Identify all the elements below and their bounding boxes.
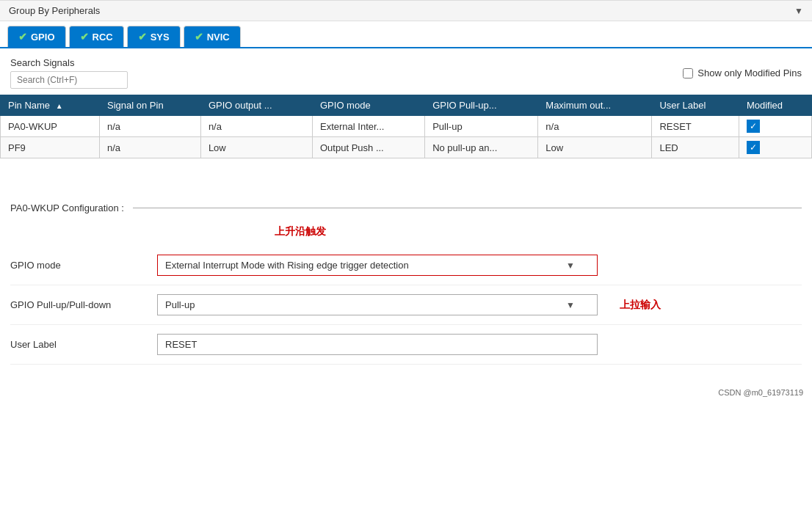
th-pin-name[interactable]: Pin Name ▲ xyxy=(1,95,100,116)
tab-nvic-label: NVIC xyxy=(207,32,230,43)
cell-user-label: RESET xyxy=(652,116,739,137)
nvic-check-icon: ✔ xyxy=(195,31,203,43)
config-label-user-label: User Label xyxy=(10,339,157,350)
pullup-value: Pull-up xyxy=(165,299,195,310)
cell-gpio-output: Low xyxy=(200,137,312,158)
tab-nvic[interactable]: ✔ NVIC xyxy=(184,26,241,47)
cell-modified: ✓ xyxy=(739,116,811,137)
modified-check-icon: ✓ xyxy=(747,120,760,133)
tab-gpio[interactable]: ✔ GPIO xyxy=(7,26,66,47)
group-by-chevron-icon: ▼ xyxy=(794,6,803,16)
gpio-mode-dropdown[interactable]: External Interrupt Mode with Rising edge… xyxy=(157,255,598,276)
cell-pin-name: PA0-WKUP xyxy=(1,116,100,137)
footer: CSDN @m0_61973119 xyxy=(0,385,812,400)
config-label-pullup: GPIO Pull-up/Pull-down xyxy=(10,299,157,310)
sort-arrow-icon: ▲ xyxy=(56,102,63,110)
search-input[interactable] xyxy=(10,71,128,89)
signal-table: Pin Name ▲ Signal on Pin GPIO output ...… xyxy=(0,95,812,158)
rcc-check-icon: ✔ xyxy=(80,31,89,43)
pullup-chevron-icon: ▼ xyxy=(566,300,575,310)
search-area: Search Signals Show only Modified Pins xyxy=(0,48,812,95)
config-row-pullup: GPIO Pull-up/Pull-down Pull-up ▼ 上拉输入 xyxy=(10,285,802,325)
gpio-mode-value: External Interrupt Mode with Rising edge… xyxy=(165,260,409,271)
search-left: Search Signals xyxy=(10,57,128,89)
config-row-user-label: User Label xyxy=(10,325,802,365)
th-signal-on-pin[interactable]: Signal on Pin xyxy=(100,95,201,116)
th-user-label[interactable]: User Label xyxy=(652,95,739,116)
config-value-user-label xyxy=(157,334,802,355)
th-max-output[interactable]: Maximum out... xyxy=(538,95,652,116)
cell-gpio-mode: Output Push ... xyxy=(313,137,425,158)
config-label-gpio-mode: GPIO mode xyxy=(10,260,157,271)
group-by-label: Group By Peripherals xyxy=(9,5,100,16)
th-modified[interactable]: Modified xyxy=(739,95,811,116)
cell-signal: n/a xyxy=(100,116,201,137)
gpio-check-icon: ✔ xyxy=(18,31,27,43)
cell-max: Low xyxy=(538,137,652,158)
config-value-pullup: Pull-up ▼ 上拉输入 xyxy=(157,294,802,315)
footer-text: CSDN @m0_61973119 xyxy=(718,388,803,397)
cell-max: n/a xyxy=(538,116,652,137)
cell-signal: n/a xyxy=(100,137,201,158)
chinese-pullup-label: 上拉输入 xyxy=(620,299,661,312)
cell-pin-name: PF9 xyxy=(1,137,100,158)
table-row[interactable]: PA0-WKUP n/a n/a External Inter... Pull-… xyxy=(1,116,812,137)
config-section: PA0-WKUP Configuration : 上升沿触发 GPIO mode… xyxy=(0,195,812,379)
show-modified-container: Show only Modified Pins xyxy=(683,67,802,78)
sys-check-icon: ✔ xyxy=(138,31,147,43)
cell-modified: ✓ xyxy=(739,137,811,158)
tab-sys-label: SYS xyxy=(151,32,170,43)
tab-bar: ✔ GPIO ✔ RCC ✔ SYS ✔ NVIC xyxy=(0,21,812,48)
cell-gpio-mode: External Inter... xyxy=(313,116,425,137)
config-title-label: PA0-WKUP Configuration : xyxy=(10,202,124,213)
th-gpio-mode[interactable]: GPIO mode xyxy=(313,95,425,116)
config-title-divider xyxy=(133,208,802,208)
user-label-input[interactable] xyxy=(157,334,598,355)
cell-pullup: Pull-up xyxy=(425,116,538,137)
tab-gpio-label: GPIO xyxy=(31,32,55,43)
th-gpio-output[interactable]: GPIO output ... xyxy=(200,95,312,116)
show-modified-label: Show only Modified Pins xyxy=(697,67,802,78)
config-title: PA0-WKUP Configuration : xyxy=(10,202,802,213)
show-modified-checkbox[interactable] xyxy=(683,68,693,78)
config-value-gpio-mode: External Interrupt Mode with Rising edge… xyxy=(157,255,802,276)
table-row[interactable]: PF9 n/a Low Output Push ... No pull-up a… xyxy=(1,137,812,158)
tab-sys[interactable]: ✔ SYS xyxy=(127,26,181,47)
tab-rcc[interactable]: ✔ RCC xyxy=(69,26,124,47)
gpio-mode-chevron-icon: ▼ xyxy=(566,260,575,271)
chinese-mode-label: 上升沿触发 xyxy=(275,225,802,238)
cell-pullup: No pull-up an... xyxy=(425,137,538,158)
tab-rcc-label: RCC xyxy=(93,32,113,43)
group-by-bar[interactable]: Group By Peripherals ▼ xyxy=(0,0,812,21)
th-gpio-pullup[interactable]: GPIO Pull-up... xyxy=(425,95,538,116)
cell-user-label: LED xyxy=(652,137,739,158)
cell-gpio-output: n/a xyxy=(200,116,312,137)
search-label: Search Signals xyxy=(10,57,128,68)
modified-check-icon: ✓ xyxy=(747,141,760,154)
pullup-dropdown[interactable]: Pull-up ▼ xyxy=(157,294,598,315)
config-row-gpio-mode: GPIO mode External Interrupt Mode with R… xyxy=(10,246,802,285)
